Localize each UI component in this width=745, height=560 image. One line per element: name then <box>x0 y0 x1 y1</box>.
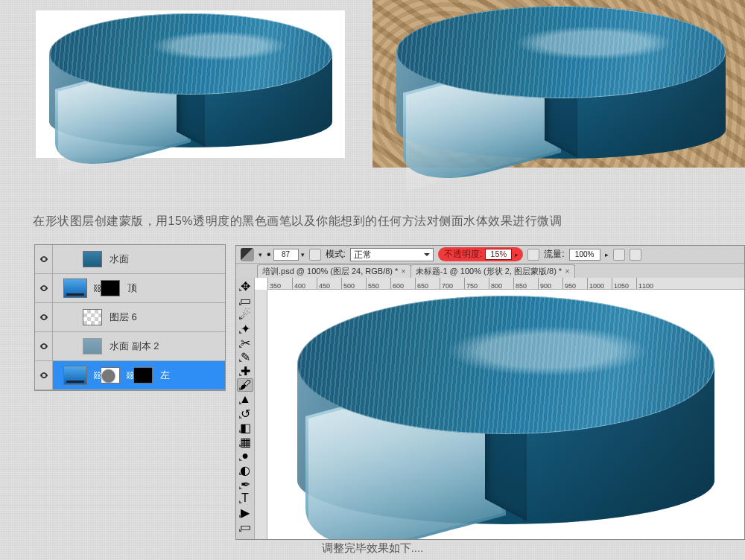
footer-text: 调整完毕效果如下.... <box>0 541 745 556</box>
opacity-value[interactable]: 15% <box>485 249 512 260</box>
instruction-text: 在形状图层创建蒙版，用15%透明度的黑色画笔以及你能想到的任何方法对侧面水体效果… <box>33 214 712 229</box>
document-tabs: 培训.psd @ 100% (图层 24, RGB/8) *× 未标题-1 @ … <box>236 264 744 278</box>
layers-panel: 水面 ⛓ 顶 图层 6 水面 副本 2 ⛓ ⛓ 左 <box>34 244 226 391</box>
layer-name: 左 <box>157 369 225 382</box>
options-bar: ▾ •87▾ 模式: 正常 不透明度: 15% ▸ 流量: 100%▸ <box>236 246 744 264</box>
brush-size[interactable]: 87 <box>273 249 299 261</box>
label-flow: 流量: <box>544 248 564 261</box>
pressure-opacity-icon[interactable] <box>527 249 539 261</box>
visibility-eye-icon[interactable] <box>35 303 53 331</box>
link-icon: ⛓ <box>93 371 99 380</box>
label-mode: 模式: <box>326 248 346 261</box>
flow-value[interactable]: 100% <box>569 249 600 261</box>
pen-tool-icon[interactable]: ✒ <box>237 477 253 491</box>
brush-preset-icon[interactable] <box>309 249 321 261</box>
close-icon[interactable]: × <box>565 267 569 276</box>
label-opacity: 不透明度: <box>444 248 482 261</box>
mask-thumb <box>101 280 120 296</box>
layer-thumb <box>83 309 102 325</box>
stamp-tool-icon[interactable]: ▲ <box>237 392 253 406</box>
layer-name: 水面 <box>107 252 225 266</box>
heal-tool-icon[interactable]: ✚ <box>237 364 253 378</box>
canvas-area: 350400450500 550600650700 750800850900 9… <box>255 278 744 539</box>
photoshop-panel: ▾ •87▾ 模式: 正常 不透明度: 15% ▸ 流量: 100%▸ 培训.p… <box>235 245 745 540</box>
layer-thumb <box>83 251 102 267</box>
toolbox: ✥ ▭ ☄ ✦ ✂ ✎ ✚ 🖌 ▲ ↺ ◧ ▦ ● ◐ ✒ T ▶ ▭ <box>236 278 255 539</box>
layer-row[interactable]: 图层 6 <box>35 303 225 332</box>
canvas[interactable] <box>267 290 744 539</box>
path-select-icon[interactable]: ▶ <box>237 506 253 519</box>
result-image-sand-bg <box>372 0 745 168</box>
link-icon: ⛓ <box>93 284 99 293</box>
crop-tool-icon[interactable]: ✂ <box>237 336 253 349</box>
visibility-eye-icon[interactable] <box>35 361 53 389</box>
move-tool-icon[interactable]: ✥ <box>237 279 253 293</box>
eraser-tool-icon[interactable]: ◧ <box>237 421 253 434</box>
type-tool-icon[interactable]: T <box>237 491 253 505</box>
layer-thumb <box>63 366 87 385</box>
close-icon[interactable]: × <box>401 267 405 276</box>
layer-row-selected[interactable]: ⛓ ⛓ 左 <box>35 361 225 390</box>
brush-tool-icon[interactable] <box>241 248 254 261</box>
dodge-tool-icon[interactable]: ◐ <box>237 463 253 477</box>
layer-thumb <box>63 279 87 298</box>
pressure-size-icon[interactable] <box>630 249 641 261</box>
visibility-eye-icon[interactable] <box>35 332 53 360</box>
doc-tab[interactable]: 培训.psd @ 100% (图层 24, RGB/8) *× <box>257 264 411 278</box>
vector-mask-thumb <box>133 367 153 384</box>
wand-tool-icon[interactable]: ✦ <box>237 322 253 335</box>
layer-name: 顶 <box>124 281 225 295</box>
airbrush-icon[interactable] <box>613 249 625 261</box>
mode-dropdown[interactable]: 正常 <box>350 248 434 261</box>
mask-thumb <box>101 367 120 384</box>
visibility-eye-icon[interactable] <box>35 245 53 273</box>
ruler-horizontal: 350400450500 550600650700 750800850900 9… <box>267 278 744 290</box>
shape-tool-icon[interactable]: ▭ <box>237 520 253 533</box>
history-brush-icon[interactable]: ↺ <box>237 407 253 420</box>
layer-row[interactable]: ⛓ 顶 <box>35 274 225 303</box>
lasso-tool-icon[interactable]: ☄ <box>237 308 253 321</box>
layer-row[interactable]: 水面 副本 2 <box>35 332 225 361</box>
marquee-tool-icon[interactable]: ▭ <box>237 293 253 307</box>
eyedropper-tool-icon[interactable]: ✎ <box>237 350 253 363</box>
brush-tool-icon[interactable]: 🖌 <box>237 378 253 392</box>
ruler-vertical <box>255 290 267 539</box>
visibility-eye-icon[interactable] <box>35 274 53 302</box>
doc-tab[interactable]: 未标题-1 @ 100% (形状 2, 图层蒙版/8) *× <box>410 264 575 278</box>
blur-tool-icon[interactable]: ● <box>237 449 253 462</box>
link-icon: ⛓ <box>126 371 132 380</box>
layer-thumb <box>83 338 102 354</box>
opacity-highlight: 不透明度: 15% ▸ <box>438 247 523 261</box>
layer-name: 水面 副本 2 <box>107 340 225 353</box>
gradient-tool-icon[interactable]: ▦ <box>237 435 253 448</box>
result-image-white-bg <box>36 10 345 158</box>
layer-name: 图层 6 <box>107 311 225 324</box>
layer-row[interactable]: 水面 <box>35 245 225 274</box>
